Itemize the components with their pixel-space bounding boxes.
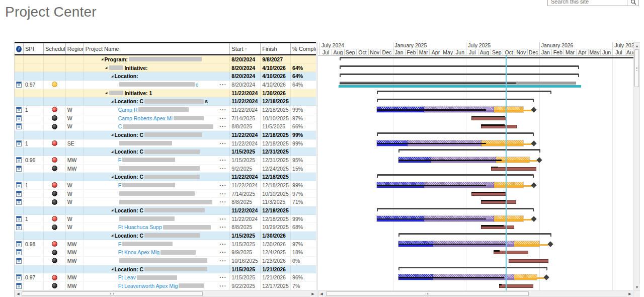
project-name-link[interactable]: c bbox=[196, 82, 198, 88]
table-row[interactable]: ◢Location: C11/22/202412/18/2025 bbox=[15, 173, 316, 181]
column-header-info[interactable]: i bbox=[15, 43, 24, 54]
project-detail-icon[interactable] bbox=[16, 157, 22, 163]
table-horizontal-scrollbar[interactable]: ◀ ▶ bbox=[15, 290, 316, 297]
scroll-up-icon[interactable]: ▲ bbox=[634, 43, 640, 49]
scroll-right-icon[interactable]: ▶ bbox=[310, 291, 316, 297]
table-row[interactable]: W···8/8/202511/3/202571% bbox=[15, 198, 316, 206]
table-row[interactable]: 0.96MWF···1/15/202512/31/202595% bbox=[15, 156, 316, 165]
row-menu-ellipsis-button[interactable]: ··· bbox=[219, 215, 226, 223]
scroll-right-icon[interactable]: ▶ bbox=[627, 291, 633, 297]
table-row[interactable]: WFt Huachuca Supp···8/8/202510/29/202568… bbox=[15, 223, 316, 232]
row-menu-ellipsis-button[interactable]: ··· bbox=[219, 198, 226, 206]
project-name-link[interactable]: Ft Leavenworth Apex Mig bbox=[118, 283, 178, 289]
project-name-link[interactable]: F bbox=[118, 241, 121, 247]
project-name-link[interactable]: Ft Knox Apex Mig bbox=[118, 249, 159, 255]
row-menu-ellipsis-button[interactable]: ··· bbox=[219, 257, 226, 265]
project-name-link[interactable]: F bbox=[118, 157, 121, 163]
table-row[interactable]: MWFt Leavenworth Apex Mig···9/22/202512/… bbox=[15, 282, 316, 290]
table-row[interactable]: ◢Location: Cs11/22/202412/18/2025 bbox=[15, 97, 316, 106]
collapse-triangle-icon[interactable]: ◢ bbox=[111, 175, 114, 178]
collapse-triangle-icon[interactable]: ◢ bbox=[105, 91, 108, 94]
table-row[interactable]: WC···8/8/202511/5/202566% bbox=[15, 122, 316, 131]
table-hscroll-thumb[interactable] bbox=[22, 291, 203, 296]
column-header-spi[interactable]: SPI bbox=[24, 43, 44, 54]
project-name-link[interactable]: Ft Leav bbox=[118, 274, 136, 280]
table-row[interactable]: ◢Location: C1/15/20251/30/2026 bbox=[15, 232, 316, 240]
collapse-triangle-icon[interactable]: ◢ bbox=[111, 150, 114, 153]
scroll-down-icon[interactable]: ▼ bbox=[634, 284, 640, 290]
row-menu-ellipsis-button[interactable]: ··· bbox=[219, 240, 226, 248]
table-row[interactable]: MW···10/16/20251/23/20260% bbox=[15, 257, 316, 265]
scroll-left-icon[interactable]: ◀ bbox=[15, 291, 21, 297]
table-row[interactable]: 0.98MWF···1/15/20251/30/202697% bbox=[15, 240, 316, 249]
collapse-triangle-icon[interactable]: ◢ bbox=[101, 57, 104, 60]
project-detail-icon[interactable] bbox=[16, 191, 22, 197]
site-search-box[interactable] bbox=[547, 0, 639, 6]
collapse-triangle-icon[interactable]: ◢ bbox=[105, 65, 108, 69]
table-row[interactable]: 1WCamp R···11/22/202412/18/202599% bbox=[15, 106, 316, 114]
column-header-pct[interactable]: % Complet bbox=[291, 43, 316, 54]
project-detail-icon[interactable] bbox=[16, 140, 22, 146]
column-header-start[interactable]: Start↑ bbox=[230, 43, 261, 54]
table-row[interactable]: ◢Program:8/20/20249/8/2027 bbox=[15, 55, 316, 64]
project-detail-icon[interactable] bbox=[16, 107, 22, 113]
project-detail-icon[interactable] bbox=[16, 216, 22, 222]
collapse-triangle-icon[interactable]: ◢ bbox=[111, 208, 114, 211]
gantt-vscroll-thumb[interactable] bbox=[634, 49, 639, 87]
gantt-hscroll-thumb[interactable] bbox=[326, 291, 529, 296]
row-menu-ellipsis-button[interactable]: ··· bbox=[219, 190, 226, 198]
table-row[interactable]: ◢Location: C1/15/202512/31/2025 bbox=[15, 147, 316, 156]
row-menu-ellipsis-button[interactable]: ··· bbox=[219, 139, 226, 147]
row-menu-ellipsis-button[interactable]: ··· bbox=[219, 181, 226, 189]
table-row[interactable]: MW···9/2/202512/24/202515% bbox=[15, 165, 316, 173]
row-menu-ellipsis-button[interactable]: ··· bbox=[219, 114, 226, 122]
project-detail-icon[interactable] bbox=[16, 115, 22, 121]
collapse-triangle-icon[interactable]: ◢ bbox=[111, 74, 114, 78]
row-menu-ellipsis-button[interactable]: ··· bbox=[219, 122, 226, 130]
table-row[interactable]: ◢Location: C1/15/20251/21/2026 bbox=[15, 265, 316, 274]
table-row[interactable]: 1SE···11/22/202412/18/202599% bbox=[15, 139, 316, 148]
project-name-link[interactable]: Camp R bbox=[118, 107, 138, 113]
table-row[interactable]: ◢Location:8/20/20244/10/202664% bbox=[15, 72, 316, 81]
project-name-link[interactable]: Ft Huachuca Supp bbox=[118, 224, 162, 230]
row-menu-ellipsis-button[interactable]: ··· bbox=[219, 282, 226, 290]
collapse-triangle-icon[interactable]: ◢ bbox=[111, 233, 114, 237]
table-row[interactable]: WCamp Roberts Apex Mi···7/14/202510/10/2… bbox=[15, 114, 316, 123]
row-menu-ellipsis-button[interactable]: ··· bbox=[219, 273, 226, 281]
table-row[interactable]: 1W···11/22/202412/18/202599% bbox=[15, 215, 316, 224]
table-row[interactable]: ◢Location: C11/22/202412/18/2025 bbox=[15, 206, 316, 215]
project-detail-icon[interactable] bbox=[16, 249, 22, 255]
collapse-triangle-icon[interactable]: ◢ bbox=[111, 132, 114, 136]
project-detail-icon[interactable] bbox=[16, 82, 22, 88]
column-header-finish[interactable]: Finish bbox=[261, 43, 291, 54]
row-menu-ellipsis-button[interactable]: ··· bbox=[219, 81, 226, 89]
project-name-link[interactable]: F bbox=[118, 182, 121, 188]
row-menu-ellipsis-button[interactable]: ··· bbox=[219, 248, 226, 256]
project-detail-icon[interactable] bbox=[16, 283, 22, 289]
search-input[interactable] bbox=[548, 0, 627, 6]
table-row[interactable]: W···7/14/202510/10/202597% bbox=[15, 190, 316, 198]
collapse-triangle-icon[interactable]: ◢ bbox=[111, 99, 114, 103]
gantt-horizontal-scrollbar[interactable]: ◀ ▶ bbox=[318, 290, 633, 297]
project-detail-icon[interactable] bbox=[16, 274, 22, 280]
project-detail-icon[interactable] bbox=[16, 258, 22, 264]
search-icon[interactable] bbox=[627, 0, 638, 6]
table-row[interactable]: MWFt Knox Apex Mig···9/9/202512/4/202518… bbox=[15, 248, 316, 257]
table-row[interactable]: 1WF···11/22/202412/18/202599% bbox=[15, 181, 316, 190]
row-menu-ellipsis-button[interactable]: ··· bbox=[219, 156, 226, 164]
project-detail-icon[interactable] bbox=[16, 199, 22, 205]
project-detail-icon[interactable] bbox=[16, 123, 22, 129]
project-detail-icon[interactable] bbox=[16, 182, 22, 188]
row-menu-ellipsis-button[interactable]: ··· bbox=[219, 223, 226, 231]
project-detail-icon[interactable] bbox=[16, 166, 22, 172]
project-name-link[interactable]: C bbox=[118, 123, 122, 129]
scroll-left-icon[interactable]: ◀ bbox=[318, 291, 325, 297]
column-header-region[interactable]: Region bbox=[66, 43, 84, 54]
table-row[interactable]: ◢Initiative: 111/22/20241/30/2026 bbox=[15, 89, 316, 98]
column-header-schedule[interactable]: Schedule I bbox=[44, 43, 66, 54]
project-detail-icon[interactable] bbox=[16, 241, 22, 247]
row-menu-ellipsis-button[interactable]: ··· bbox=[219, 106, 226, 114]
collapse-triangle-icon[interactable]: ◢ bbox=[111, 267, 114, 270]
gantt-vertical-scrollbar[interactable]: ▲ ▼ bbox=[633, 42, 640, 290]
project-name-link[interactable]: Camp Roberts Apex Mi bbox=[118, 115, 173, 121]
